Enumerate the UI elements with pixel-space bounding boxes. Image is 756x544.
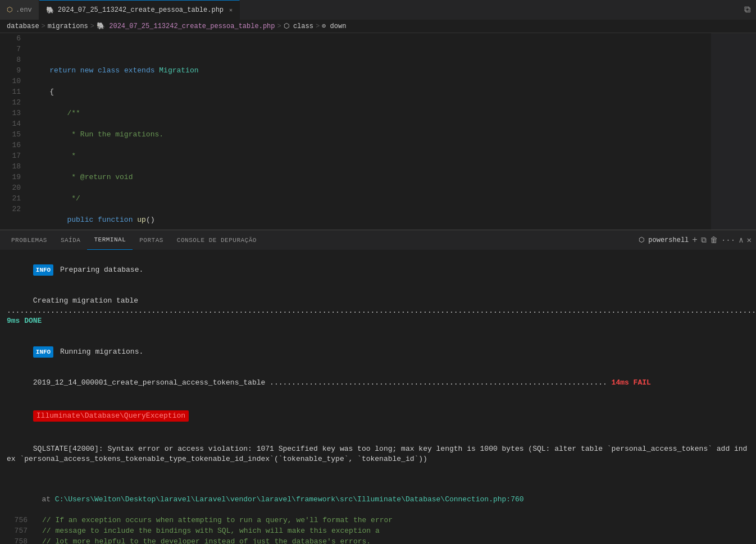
chevron-up-icon[interactable]: ∧ xyxy=(739,235,743,245)
split-terminal-button[interactable]: ⧉ xyxy=(701,236,707,245)
tab-php-label: 2024_07_25_113242_create_pessoa_table.ph… xyxy=(58,6,224,14)
tab-debug-console[interactable]: CONSOLE DE DEPURAÇÃO xyxy=(170,230,263,250)
code-ref-756: 756 // If an exception occurs when attem… xyxy=(7,515,749,525)
breadcrumb-sep-1: > xyxy=(42,22,45,30)
info-badge-2: INFO xyxy=(33,346,53,358)
breadcrumb: database > migrations > 🐘 2024_07_25_113… xyxy=(0,20,756,33)
terminal-line-1: INFO Preparing database. xyxy=(7,254,749,286)
tab-env-label: .env xyxy=(16,6,32,14)
line-numbers: 6 7 8 9 10 11 12 13 14 15 16 17 18 19 20… xyxy=(0,33,25,230)
terminal-line-4: 2019_12_14_000001_create_personal_access… xyxy=(7,368,749,398)
tab-output[interactable]: SAÍDA xyxy=(54,230,88,250)
info-badge-1: INFO xyxy=(33,264,53,276)
php-icon: 🐘 xyxy=(46,6,54,15)
tab-terminal[interactable]: TERMINAL xyxy=(87,230,133,250)
panel-controls: ⬡ powershell + ⧉ 🗑 ··· ∧ ✕ xyxy=(639,235,752,245)
tab-php[interactable]: 🐘 2024_07_25_113242_create_pessoa_table.… xyxy=(39,0,240,20)
breadcrumb-sep-4: > xyxy=(316,22,320,30)
breadcrumb-file[interactable]: 🐘 2024_07_25_113242_create_pessoa_table.… xyxy=(97,22,275,30)
panel-tabs: PROBLEMAS SAÍDA TERMINAL PORTAS CONSOLE … xyxy=(0,230,756,250)
terminal-line-5: Illuminate\Database\QueryException xyxy=(7,400,749,432)
tab-problems[interactable]: PROBLEMAS xyxy=(4,230,54,250)
add-terminal-button[interactable]: + xyxy=(692,235,698,245)
code-content: return new class extends Migration { /**… xyxy=(25,33,711,230)
code-ref-757: 757 // message to include the bindings w… xyxy=(7,525,749,536)
code-ref-758: 758 // lot more helpful to the developer… xyxy=(7,536,749,544)
breadcrumb-class[interactable]: ⬡ class xyxy=(284,22,313,30)
close-panel-button[interactable]: ✕ xyxy=(747,235,752,245)
breadcrumb-migrations[interactable]: migrations xyxy=(48,22,88,30)
terminal-line-at: at C:\Users\Welton\Desktop\laravel\Larav… xyxy=(7,484,749,515)
more-actions-button[interactable]: ··· xyxy=(721,236,735,245)
terminal-line-2: Creating migration table ...............… xyxy=(7,286,749,336)
terminal-line-6: SQLSTATE[42000]: Syntax error or access … xyxy=(7,434,749,474)
env-icon: ⬡ xyxy=(7,6,12,14)
breadcrumb-sep-2: > xyxy=(90,22,94,30)
terminal-line-3: INFO Running migrations. xyxy=(7,336,749,368)
close-icon[interactable]: ✕ xyxy=(229,7,233,13)
breadcrumb-down[interactable]: ⊙ down xyxy=(322,22,346,30)
minimap xyxy=(711,33,756,230)
breadcrumb-sep-3: > xyxy=(277,22,281,30)
split-editor-button[interactable]: ⧉ xyxy=(739,4,756,15)
terminal-body[interactable]: INFO Preparing database. Creating migrat… xyxy=(0,250,756,544)
tab-env[interactable]: ⬡ .env xyxy=(0,0,39,20)
breadcrumb-database[interactable]: database xyxy=(7,22,39,30)
tab-bar: ⬡ .env 🐘 2024_07_25_113242_create_pessoa… xyxy=(0,0,756,20)
tab-ports[interactable]: PORTAS xyxy=(133,230,170,250)
exception-badge: Illuminate\Database\QueryException xyxy=(33,410,189,422)
shell-label: ⬡ powershell xyxy=(639,236,689,244)
terminal-panel: PROBLEMAS SAÍDA TERMINAL PORTAS CONSOLE … xyxy=(0,230,756,544)
kill-terminal-button[interactable]: 🗑 xyxy=(710,236,718,245)
code-editor: 6 7 8 9 10 11 12 13 14 15 16 17 18 19 20… xyxy=(0,33,756,230)
